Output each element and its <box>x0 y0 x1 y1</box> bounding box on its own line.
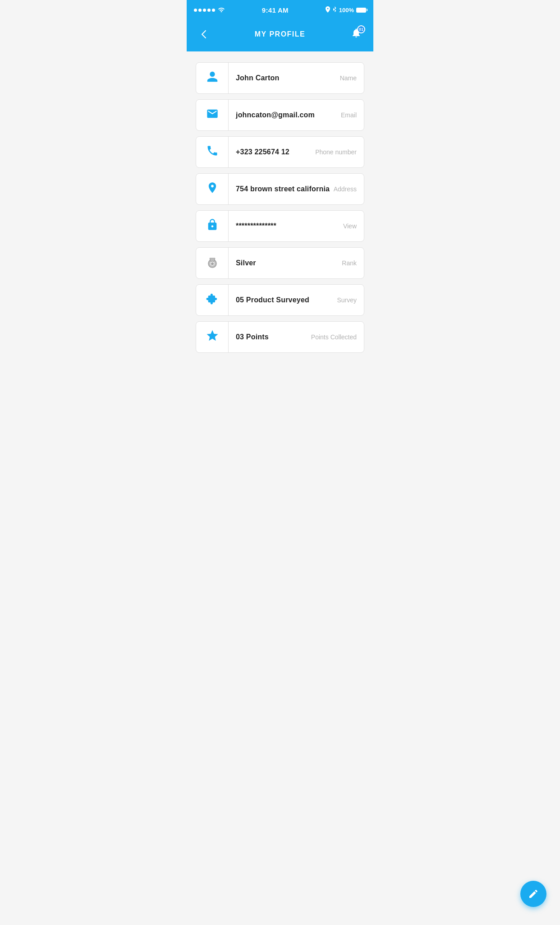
phone-value: +323 225674 12 <box>236 148 289 156</box>
battery-icon <box>356 8 366 13</box>
phone-icon <box>206 144 219 160</box>
star-icon <box>206 329 219 346</box>
email-label: Email <box>341 111 357 119</box>
password-row[interactable]: ************** View <box>196 210 364 242</box>
battery-percent: 100% <box>339 7 354 14</box>
survey-label: Survey <box>337 296 357 304</box>
medal-icon <box>205 254 220 272</box>
name-value: John Carton <box>236 74 279 82</box>
status-time: 9:41 AM <box>262 6 289 14</box>
phone-label: Phone number <box>315 148 357 156</box>
location-pin-icon <box>206 181 219 197</box>
password-value: ************** <box>236 222 276 230</box>
address-content: 754 brown street california Address <box>229 179 364 199</box>
address-label: Address <box>334 185 357 193</box>
email-row[interactable]: johncaton@gmail.com Email <box>196 99 364 131</box>
notification-button[interactable]: 01 <box>348 26 364 42</box>
email-value: johncaton@gmail.com <box>236 111 315 119</box>
signal-dot-3 <box>203 9 206 12</box>
name-icon-area <box>196 63 229 93</box>
puzzle-icon <box>206 292 219 309</box>
phone-icon-area <box>196 137 229 167</box>
name-label: Name <box>340 74 357 82</box>
phone-row[interactable]: +323 225674 12 Phone number <box>196 136 364 168</box>
rank-row[interactable]: Silver Rank <box>196 247 364 279</box>
points-icon-area <box>196 322 229 352</box>
lock-icon <box>206 218 219 234</box>
rank-value: Silver <box>236 259 256 267</box>
address-icon-area <box>196 174 229 204</box>
name-row[interactable]: John Carton Name <box>196 62 364 94</box>
profile-content: John Carton Name johncaton@gmail.com Ema… <box>187 51 373 398</box>
email-content: johncaton@gmail.com Email <box>229 105 364 125</box>
password-content: ************** View <box>229 216 364 236</box>
survey-value: 05 Product Surveyed <box>236 296 309 304</box>
points-value: 03 Points <box>236 333 269 341</box>
survey-row[interactable]: 05 Product Surveyed Survey <box>196 284 364 316</box>
points-row[interactable]: 03 Points Points Collected <box>196 321 364 353</box>
status-bar: 9:41 AM 100% <box>187 0 373 20</box>
points-label: Points Collected <box>311 333 357 341</box>
header: MY PROFILE 01 <box>187 20 373 51</box>
page-title: MY PROFILE <box>255 30 306 38</box>
phone-content: +323 225674 12 Phone number <box>229 142 364 162</box>
points-content: 03 Points Points Collected <box>229 327 364 347</box>
email-icon <box>206 107 219 123</box>
rank-label: Rank <box>342 259 357 267</box>
name-content: John Carton Name <box>229 68 364 88</box>
survey-content: 05 Product Surveyed Survey <box>229 290 364 310</box>
wifi-icon <box>218 6 225 14</box>
bluetooth-icon <box>332 6 337 14</box>
email-icon-area <box>196 100 229 130</box>
status-right: 100% <box>326 6 366 14</box>
password-label: View <box>343 222 357 230</box>
signal-dots <box>194 9 215 12</box>
rank-content: Silver Rank <box>229 253 364 273</box>
status-left <box>194 6 225 14</box>
person-icon <box>206 70 219 86</box>
signal-dot-2 <box>198 9 202 12</box>
back-button[interactable] <box>196 26 212 42</box>
notification-badge: 01 <box>357 25 365 33</box>
signal-dot-5 <box>212 9 215 12</box>
location-icon <box>326 6 330 14</box>
signal-dot-1 <box>194 9 197 12</box>
password-icon-area <box>196 211 229 241</box>
rank-icon-area <box>196 248 229 278</box>
address-row[interactable]: 754 brown street california Address <box>196 173 364 205</box>
address-value: 754 brown street california <box>236 185 330 193</box>
signal-dot-4 <box>207 9 211 12</box>
survey-icon-area <box>196 285 229 315</box>
